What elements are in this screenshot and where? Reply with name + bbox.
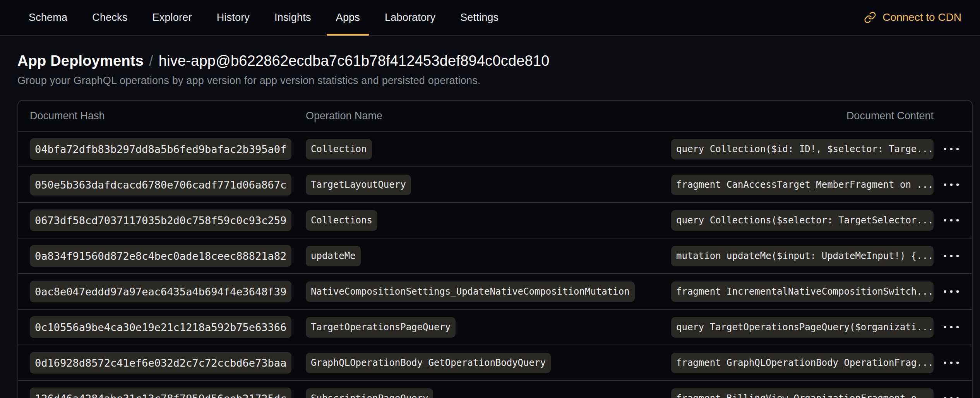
ellipsis-menu-icon xyxy=(950,255,953,257)
document-hash-cell: 0d16928d8572c41ef6e032d2c7c72ccbd6e73baa xyxy=(30,352,306,374)
ellipsis-menu-icon xyxy=(944,255,946,257)
document-hash-pill: 0d16928d8572c41ef6e032d2c7c72ccbd6e73baa xyxy=(30,352,291,374)
table-header-row: Document Hash Operation Name Document Co… xyxy=(18,101,972,131)
connect-to-cdn-button[interactable]: Connect to CDN xyxy=(862,0,964,35)
nav-tab-checks[interactable]: Checks xyxy=(82,0,137,35)
document-content-pill: fragment GraphQLOperationBody_OperationF… xyxy=(671,353,934,373)
nav-tabs: SchemaChecksExplorerHistoryInsightsAppsL… xyxy=(19,0,509,35)
document-content-cell: fragment BillingView_OrganizationFragmen… xyxy=(671,388,934,398)
document-hash-cell: 0c10556a9be4ca30e19e21c1218a592b75e63366 xyxy=(30,316,306,338)
document-content-pill: fragment BillingView_OrganizationFragmen… xyxy=(671,388,934,398)
row-menu-button[interactable] xyxy=(934,290,960,293)
ellipsis-menu-icon xyxy=(950,184,953,186)
nav-tab-laboratory[interactable]: Laboratory xyxy=(375,0,445,35)
document-hash-cell: 04bfa72dfb83b297dd8a5b6fed9bafac2b395a0f xyxy=(30,138,306,160)
operation-name-cell: Collections xyxy=(306,210,671,231)
document-content-cell: query TargetOperationsPageQuery($organiz… xyxy=(671,317,934,338)
ellipsis-menu-icon xyxy=(950,290,953,293)
nav-tab-apps[interactable]: Apps xyxy=(326,0,370,35)
operation-name-pill: NativeCompositionSettings_UpdateNativeCo… xyxy=(306,281,635,302)
operation-name-cell: SubscriptionPageQuery xyxy=(306,388,671,398)
row-menu-button[interactable] xyxy=(934,219,960,221)
nav-tab-explorer[interactable]: Explorer xyxy=(142,0,202,35)
ellipsis-menu-icon xyxy=(944,362,946,364)
ellipsis-menu-icon xyxy=(944,326,946,328)
table-row: 0d16928d8572c41ef6e032d2c7c72ccbd6e73baa… xyxy=(18,345,972,380)
ellipsis-menu-icon xyxy=(950,326,953,328)
row-menu-button[interactable] xyxy=(934,362,960,364)
operation-name-pill: GraphQLOperationBody_GetOperationBodyQue… xyxy=(306,353,551,373)
document-hash-pill: 0c10556a9be4ca30e19e21c1218a592b75e63366 xyxy=(30,316,291,338)
link-icon xyxy=(864,11,876,24)
document-hash-pill: 04bfa72dfb83b297dd8a5b6fed9bafac2b395a0f xyxy=(30,138,291,160)
breadcrumb-separator: / xyxy=(149,53,153,69)
ellipsis-menu-icon xyxy=(956,290,959,293)
ellipsis-menu-icon xyxy=(944,219,946,221)
top-navbar: SchemaChecksExplorerHistoryInsightsAppsL… xyxy=(0,0,980,36)
ellipsis-menu-icon xyxy=(944,290,946,293)
document-content-cell: fragment CanAccessTarget_MemberFragment … xyxy=(671,175,934,195)
column-header-document-content: Document Content xyxy=(671,110,934,122)
document-content-pill: query Collection($id: ID!, $selector: Ta… xyxy=(671,139,934,160)
deployed-documents-table: Document Hash Operation Name Document Co… xyxy=(17,100,973,398)
row-menu-cell xyxy=(934,362,960,364)
row-menu-cell xyxy=(934,290,960,293)
document-hash-pill: 0a834f91560d872e8c4bec0ade18ceec88821a82 xyxy=(30,245,291,267)
ellipsis-menu-icon xyxy=(956,184,959,186)
table-body: 04bfa72dfb83b297dd8a5b6fed9bafac2b395a0f… xyxy=(18,131,972,398)
row-menu-cell xyxy=(934,326,960,328)
operation-name-pill: SubscriptionPageQuery xyxy=(306,388,433,398)
app-deployment-page: App Deployments/hive-app@b622862ecdba7c6… xyxy=(0,53,980,398)
nav-tab-history[interactable]: History xyxy=(207,0,260,35)
row-menu-button[interactable] xyxy=(934,184,960,186)
operation-name-cell: Collection xyxy=(306,139,671,160)
operation-name-cell: TargetOperationsPageQuery xyxy=(306,317,671,338)
operation-name-pill: TargetOperationsPageQuery xyxy=(306,317,456,338)
column-header-document-hash: Document Hash xyxy=(30,110,306,122)
document-hash-cell: 0a834f91560d872e8c4bec0ade18ceec88821a82 xyxy=(30,245,306,267)
document-content-pill: query TargetOperationsPageQuery($organiz… xyxy=(671,317,934,338)
ellipsis-menu-icon xyxy=(956,148,959,150)
operation-name-cell: GraphQLOperationBody_GetOperationBodyQue… xyxy=(306,353,671,373)
table-row: 0c10556a9be4ca30e19e21c1218a592b75e63366… xyxy=(18,309,972,345)
document-content-pill: fragment CanAccessTarget_MemberFragment … xyxy=(671,175,934,195)
row-menu-cell xyxy=(934,148,960,150)
nav-tab-settings[interactable]: Settings xyxy=(450,0,509,35)
table-row: 050e5b363dafdcacd6780e706cadf771d06a867c… xyxy=(18,166,972,202)
ellipsis-menu-icon xyxy=(956,326,959,328)
ellipsis-menu-icon xyxy=(944,148,946,150)
document-hash-pill: 0673df58cd7037117035b2d0c758f59c0c93c259 xyxy=(30,209,291,231)
document-content-pill: fragment IncrementalNativeCompositionSwi… xyxy=(671,281,934,302)
row-menu-cell xyxy=(934,219,960,221)
document-hash-cell: 0ac8e047eddd97a97eac6435a4b694f4e3648f39 xyxy=(30,281,306,302)
breadcrumb-current: hive-app@b622862ecdba7c61b78f412453def89… xyxy=(159,53,550,69)
ellipsis-menu-icon xyxy=(956,362,959,364)
document-content-cell: mutation updateMe($input: UpdateMeInput!… xyxy=(671,246,934,266)
table-row: 0ac8e047eddd97a97eac6435a4b694f4e3648f39… xyxy=(18,273,972,309)
row-menu-button[interactable] xyxy=(934,148,960,150)
nav-tab-schema[interactable]: Schema xyxy=(19,0,77,35)
document-hash-cell: 0673df58cd7037117035b2d0c758f59c0c93c259 xyxy=(30,209,306,231)
operation-name-pill: Collections xyxy=(306,210,377,231)
document-hash-pill: 0ac8e047eddd97a97eac6435a4b694f4e3648f39 xyxy=(30,281,291,302)
row-menu-cell xyxy=(934,255,960,257)
document-content-cell: query Collections($selector: TargetSelec… xyxy=(671,210,934,231)
operation-name-cell: updateMe xyxy=(306,246,671,266)
document-hash-cell: 050e5b363dafdcacd6780e706cadf771d06a867c xyxy=(30,174,306,196)
breadcrumb: App Deployments/hive-app@b622862ecdba7c6… xyxy=(17,53,973,69)
ellipsis-menu-icon xyxy=(950,219,953,221)
column-header-operation-name: Operation Name xyxy=(306,110,671,122)
document-content-cell: fragment IncrementalNativeCompositionSwi… xyxy=(671,281,934,302)
row-menu-button[interactable] xyxy=(934,255,960,257)
document-content-pill: query Collections($selector: TargetSelec… xyxy=(671,210,934,231)
operation-name-pill: TargetLayoutQuery xyxy=(306,175,411,195)
document-hash-cell: 126d46a4284abe31c13c78f7959d56eeb21725dc xyxy=(30,388,306,398)
nav-tab-insights[interactable]: Insights xyxy=(264,0,321,35)
row-menu-button[interactable] xyxy=(934,326,960,328)
connect-to-cdn-label: Connect to CDN xyxy=(882,11,961,24)
ellipsis-menu-icon xyxy=(950,362,953,364)
row-menu-cell xyxy=(934,184,960,186)
document-hash-pill: 126d46a4284abe31c13c78f7959d56eeb21725dc xyxy=(30,388,291,398)
operation-name-cell: TargetLayoutQuery xyxy=(306,175,671,195)
table-row: 0673df58cd7037117035b2d0c758f59c0c93c259… xyxy=(18,202,972,238)
